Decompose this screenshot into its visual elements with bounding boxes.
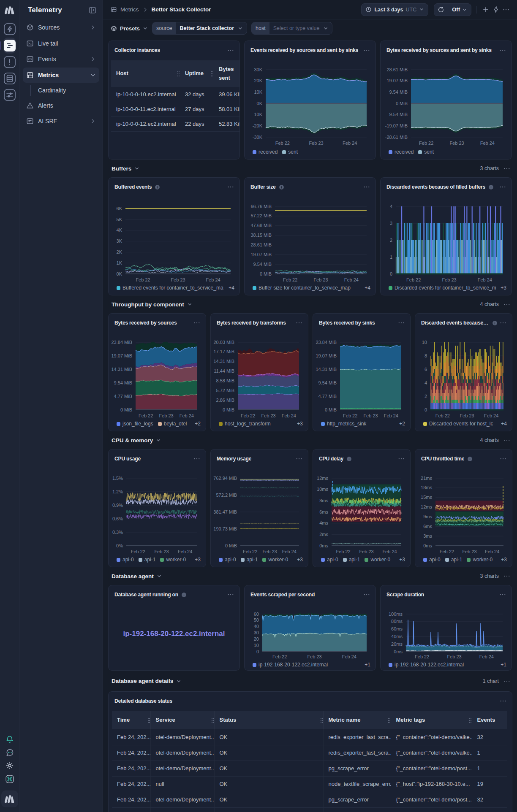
svg-text:23.84 MiB: 23.84 MiB bbox=[111, 340, 132, 345]
svg-text:0ms: 0ms bbox=[394, 649, 403, 654]
svg-text:14.31 MiB: 14.31 MiB bbox=[111, 367, 132, 372]
svg-text:4: 4 bbox=[390, 204, 392, 209]
svg-text:12ms: 12ms bbox=[421, 504, 432, 509]
svg-text:Feb 24: Feb 24 bbox=[180, 413, 194, 418]
svg-text:0 MiB: 0 MiB bbox=[325, 407, 337, 412]
svg-text:10ms: 10ms bbox=[317, 487, 328, 492]
svg-text:20.03 MiB: 20.03 MiB bbox=[213, 340, 234, 345]
svg-text:14.31 MiB: 14.31 MiB bbox=[316, 367, 337, 372]
svg-text:-9.54 MiB: -9.54 MiB bbox=[388, 112, 408, 117]
svg-text:57.22 MiB: 57.22 MiB bbox=[250, 213, 272, 218]
svg-text:Feb 22: Feb 22 bbox=[241, 413, 255, 418]
svg-text:Feb 23: Feb 23 bbox=[154, 549, 169, 554]
svg-text:80ms: 80ms bbox=[391, 619, 403, 624]
svg-text:Feb 23: Feb 23 bbox=[460, 413, 474, 418]
svg-text:Feb 22: Feb 22 bbox=[343, 413, 357, 418]
svg-text:0: 0 bbox=[256, 649, 259, 654]
svg-text:762.94 MiB: 762.94 MiB bbox=[213, 476, 237, 481]
svg-text:Feb 23: Feb 23 bbox=[309, 141, 323, 146]
svg-text:9.54 MiB: 9.54 MiB bbox=[253, 262, 272, 267]
svg-text:Feb 23: Feb 23 bbox=[313, 277, 328, 282]
svg-text:Feb 23: Feb 23 bbox=[442, 277, 456, 282]
svg-text:66.76 MiB: 66.76 MiB bbox=[250, 204, 272, 209]
svg-text:6: 6 bbox=[424, 367, 427, 372]
svg-text:100ms: 100ms bbox=[389, 612, 403, 617]
svg-text:-20K: -20K bbox=[253, 123, 263, 128]
svg-text:9ms: 9ms bbox=[423, 514, 432, 519]
svg-text:2: 2 bbox=[390, 238, 392, 243]
svg-text:Feb 22: Feb 22 bbox=[415, 654, 429, 659]
svg-text:0K: 0K bbox=[117, 271, 122, 276]
svg-text:0.9%: 0.9% bbox=[112, 503, 123, 508]
svg-text:28.61 MiB: 28.61 MiB bbox=[250, 242, 272, 247]
svg-text:30K: 30K bbox=[254, 67, 262, 72]
svg-text:Feb 24: Feb 24 bbox=[384, 413, 398, 418]
svg-text:-10K: -10K bbox=[253, 112, 263, 117]
svg-text:Feb 23: Feb 23 bbox=[307, 654, 321, 659]
svg-text:0.6%: 0.6% bbox=[112, 516, 123, 521]
svg-text:47.68 MiB: 47.68 MiB bbox=[250, 223, 272, 228]
svg-text:38.15 MiB: 38.15 MiB bbox=[250, 233, 272, 238]
svg-text:20K: 20K bbox=[254, 78, 262, 83]
svg-text:14.31 MiB: 14.31 MiB bbox=[213, 359, 234, 364]
svg-text:Feb 23: Feb 23 bbox=[449, 141, 464, 146]
svg-text:Feb 23: Feb 23 bbox=[261, 413, 275, 418]
svg-text:2: 2 bbox=[424, 394, 427, 399]
svg-text:Feb 24: Feb 24 bbox=[206, 277, 220, 282]
svg-text:0%: 0% bbox=[116, 543, 123, 548]
svg-text:0 MiB: 0 MiB bbox=[223, 407, 234, 412]
svg-text:19.07 MiB: 19.07 MiB bbox=[386, 78, 408, 83]
svg-text:4.77 MiB: 4.77 MiB bbox=[114, 394, 132, 399]
svg-text:Feb 24: Feb 24 bbox=[478, 277, 492, 282]
svg-text:0 MiB: 0 MiB bbox=[120, 407, 132, 412]
svg-text:6ms: 6ms bbox=[423, 524, 432, 529]
svg-text:Feb 22: Feb 22 bbox=[419, 141, 433, 146]
svg-text:Feb 22: Feb 22 bbox=[136, 277, 150, 282]
svg-text:0 MiB: 0 MiB bbox=[260, 271, 272, 276]
svg-text:9.54 MiB: 9.54 MiB bbox=[389, 89, 408, 95]
svg-text:10: 10 bbox=[422, 340, 427, 345]
svg-text:Feb 23: Feb 23 bbox=[359, 549, 373, 554]
svg-text:Feb 24: Feb 24 bbox=[484, 413, 498, 418]
svg-text:23.84 MiB: 23.84 MiB bbox=[316, 340, 337, 345]
svg-text:Feb 23: Feb 23 bbox=[262, 549, 277, 554]
svg-text:1: 1 bbox=[390, 254, 392, 260]
svg-text:Feb 22: Feb 22 bbox=[406, 277, 421, 282]
svg-text:-30K: -30K bbox=[253, 135, 263, 140]
svg-text:0 MiB: 0 MiB bbox=[225, 543, 237, 548]
svg-text:-28.61 MiB: -28.61 MiB bbox=[385, 135, 408, 140]
svg-text:3ms: 3ms bbox=[423, 533, 432, 539]
svg-text:Feb 24: Feb 24 bbox=[282, 549, 297, 554]
svg-text:Feb 24: Feb 24 bbox=[282, 413, 296, 418]
svg-text:Feb 22: Feb 22 bbox=[272, 654, 287, 659]
svg-text:Feb 22: Feb 22 bbox=[275, 141, 290, 146]
svg-text:Feb 24: Feb 24 bbox=[382, 549, 397, 554]
svg-text:0: 0 bbox=[390, 271, 392, 276]
svg-text:0 MiB: 0 MiB bbox=[396, 101, 408, 106]
svg-text:Feb 22: Feb 22 bbox=[336, 549, 350, 554]
svg-text:10: 10 bbox=[254, 643, 259, 648]
svg-text:15ms: 15ms bbox=[421, 495, 432, 500]
svg-text:40ms: 40ms bbox=[391, 634, 403, 639]
svg-text:4ms: 4ms bbox=[319, 520, 328, 525]
svg-text:0ms: 0ms bbox=[319, 543, 328, 548]
svg-text:1.2%: 1.2% bbox=[112, 489, 123, 494]
svg-text:0.3%: 0.3% bbox=[112, 530, 123, 535]
svg-text:Feb 24: Feb 24 bbox=[479, 654, 494, 659]
svg-text:Feb 23: Feb 23 bbox=[171, 277, 185, 282]
svg-text:Feb 23: Feb 23 bbox=[447, 654, 461, 659]
svg-text:19.07 MiB: 19.07 MiB bbox=[250, 252, 272, 257]
svg-text:Feb 24: Feb 24 bbox=[344, 277, 359, 282]
svg-text:572.2 MiB: 572.2 MiB bbox=[216, 493, 237, 498]
svg-text:9.54 MiB: 9.54 MiB bbox=[114, 380, 132, 385]
svg-text:Feb 22: Feb 22 bbox=[139, 413, 153, 418]
svg-text:5.72 MiB: 5.72 MiB bbox=[216, 388, 234, 393]
svg-text:0: 0 bbox=[424, 407, 427, 412]
svg-text:50: 50 bbox=[254, 617, 259, 623]
svg-text:3K: 3K bbox=[117, 238, 122, 244]
svg-text:60: 60 bbox=[254, 612, 259, 617]
svg-text:Feb 24: Feb 24 bbox=[480, 141, 495, 146]
svg-text:5K: 5K bbox=[117, 217, 122, 222]
svg-text:1K: 1K bbox=[117, 260, 122, 265]
svg-text:Feb 24: Feb 24 bbox=[342, 654, 356, 659]
